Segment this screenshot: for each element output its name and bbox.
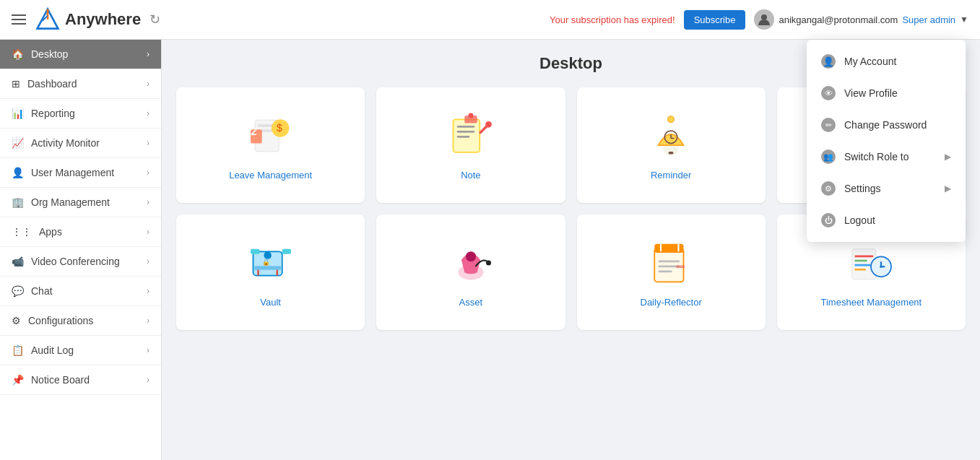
svg-rect-42 — [659, 260, 680, 262]
grid-item-reminder[interactable]: Reminder — [577, 87, 766, 203]
grid-item-note[interactable]: Note — [376, 87, 565, 203]
svg-rect-17 — [468, 113, 473, 118]
dashboard-chevron: › — [147, 79, 149, 89]
video-conferencing-chevron: › — [147, 256, 149, 266]
grid-item-vault[interactable]: 🔒 Vault — [176, 214, 365, 330]
reminder-label: Reminder — [651, 170, 691, 181]
svg-text:$: $ — [277, 121, 282, 133]
daily-reflector-label: Daily-Reflector — [641, 297, 702, 308]
svg-rect-34 — [251, 248, 259, 253]
configurations-chevron: › — [147, 316, 149, 326]
view-profile-label: View Profile — [844, 87, 898, 99]
change-password-label: Change Password — [844, 119, 927, 131]
switch-role-label: Switch Role to — [844, 151, 909, 162]
sidebar-item-chat[interactable]: 💬 Chat › — [0, 277, 161, 306]
header-left: Anywhere ↻ — [12, 6, 160, 32]
sidebar-item-notice-board[interactable]: 📌 Notice Board › — [0, 365, 161, 395]
svg-rect-35 — [282, 248, 290, 253]
my-account-icon: 👤 — [821, 54, 836, 69]
vault-label: Vault — [260, 297, 281, 308]
note-label: Note — [461, 170, 480, 181]
settings-chevron: ▶ — [945, 183, 951, 194]
sidebar-item-reporting[interactable]: 📊 Reporting › — [0, 99, 161, 129]
switch-role-icon: 👥 — [821, 149, 836, 164]
svg-rect-15 — [457, 136, 470, 138]
sidebar-item-desktop[interactable]: 🏠 Desktop › — [0, 40, 161, 69]
asset-label: Asset — [459, 297, 483, 308]
notice-board-chevron: › — [147, 375, 149, 385]
dropdown-item-my-account[interactable]: 👤 My Account — [807, 45, 966, 77]
sidebar: 🏠 Desktop › ⊞ Dashboard › 📊 Reporting › … — [0, 40, 162, 460]
subscribe-button[interactable]: Subscribe — [684, 10, 746, 30]
desktop-chevron: › — [147, 49, 149, 59]
configurations-icon: ⚙ — [12, 315, 21, 326]
timesheet-management-label: Timesheet Management — [821, 297, 922, 308]
switch-role-chevron: ▶ — [945, 152, 951, 162]
user-info[interactable]: anikgangal@protonmail.com Super admin ▼ — [754, 9, 968, 30]
dashboard-icon: ⊞ — [12, 78, 20, 90]
svg-point-21 — [668, 116, 675, 122]
view-profile-icon: 👁 — [821, 86, 836, 100]
leave-management-label: Leave Management — [229, 170, 312, 181]
change-password-icon: ✏ — [821, 118, 836, 132]
sidebar-item-dashboard[interactable]: ⊞ Dashboard › — [0, 69, 161, 99]
header: Anywhere ↻ Your subscription has expired… — [0, 0, 980, 40]
user-dropdown-menu: 👤 My Account 👁 View Profile ✏ Change Pas… — [807, 40, 966, 242]
dropdown-item-settings[interactable]: ⚙ Settings ▶ — [807, 173, 966, 204]
svg-rect-50 — [855, 259, 868, 261]
user-dropdown-arrow[interactable]: ▼ — [960, 14, 968, 25]
grid-item-leave-management[interactable]: $ Leave Management — [176, 87, 365, 203]
video-conferencing-icon: 📹 — [12, 256, 24, 267]
svg-rect-49 — [855, 255, 874, 257]
apps-chevron: › — [147, 227, 149, 237]
svg-point-19 — [485, 121, 492, 127]
reporting-icon: 📊 — [12, 108, 24, 119]
user-management-chevron: › — [147, 168, 149, 178]
dropdown-item-switch-role[interactable]: 👥 Switch Role to ▶ — [807, 141, 966, 173]
sidebar-item-activity-monitor[interactable]: 📈 Activity Monitor › — [0, 129, 161, 158]
sidebar-item-user-management[interactable]: 👤 User Management › — [0, 158, 161, 188]
user-role: Super admin — [902, 14, 955, 25]
user-management-icon: 👤 — [12, 167, 24, 178]
settings-label: Settings — [844, 183, 881, 194]
desktop-icon: 🏠 — [12, 48, 24, 60]
refresh-icon[interactable]: ↻ — [149, 12, 160, 27]
audit-log-icon: 📋 — [12, 344, 24, 356]
chat-icon: 💬 — [12, 285, 24, 297]
grid-item-daily-reflector[interactable]: Daily-Reflector — [577, 214, 766, 330]
svg-point-3 — [761, 14, 767, 20]
sidebar-item-configurations[interactable]: ⚙ Configurations › — [0, 306, 161, 336]
svg-rect-31 — [254, 266, 281, 269]
user-email: anikgangal@protonmail.com — [779, 14, 898, 25]
audit-log-chevron: › — [147, 345, 149, 355]
subscription-text: Your subscription has expired! — [550, 14, 675, 25]
grid-item-asset[interactable]: Asset — [376, 214, 565, 330]
sidebar-item-org-management[interactable]: 🏢 Org Management › — [0, 188, 161, 217]
svg-rect-52 — [855, 268, 867, 270]
org-management-chevron: › — [147, 197, 149, 207]
logout-icon: ⏻ — [821, 213, 836, 227]
activity-monitor-chevron: › — [147, 138, 149, 148]
dropdown-item-logout[interactable]: ⏻ Logout — [807, 204, 966, 236]
settings-icon: ⚙ — [821, 181, 836, 196]
sidebar-item-video-conferencing[interactable]: 📹 Video Conferencing › — [0, 247, 161, 277]
svg-rect-14 — [457, 131, 475, 133]
svg-rect-47 — [676, 265, 685, 268]
svg-rect-13 — [457, 126, 475, 128]
hamburger-menu[interactable] — [12, 14, 26, 25]
svg-rect-22 — [669, 151, 674, 154]
chat-chevron: › — [147, 286, 149, 296]
dropdown-item-change-password[interactable]: ✏ Change Password — [807, 109, 966, 141]
svg-point-39 — [486, 260, 491, 265]
dropdown-item-view-profile[interactable]: 👁 View Profile — [807, 77, 966, 109]
user-avatar-icon — [754, 9, 774, 30]
sidebar-item-audit-log[interactable]: 📋 Audit Log › — [0, 336, 161, 365]
reporting-chevron: › — [147, 108, 149, 118]
org-management-icon: 🏢 — [12, 196, 24, 208]
svg-point-38 — [466, 251, 476, 261]
sidebar-item-apps[interactable]: ⋮⋮ Apps › — [0, 217, 161, 247]
my-account-label: My Account — [844, 56, 896, 67]
logout-label: Logout — [844, 214, 875, 226]
apps-icon: ⋮⋮ — [12, 226, 32, 238]
svg-rect-9 — [251, 129, 262, 143]
